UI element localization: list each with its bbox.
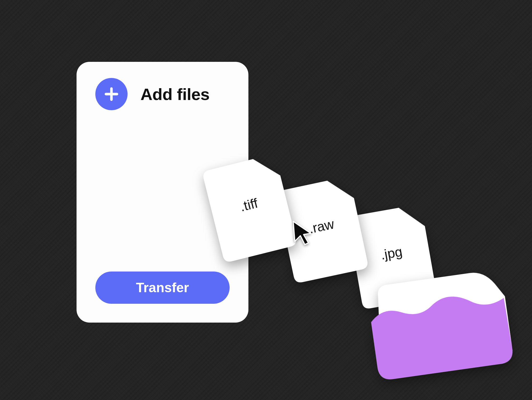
cursor-icon [290,219,316,246]
transfer-button[interactable]: Transfer [95,272,230,304]
add-files-label: Add files [140,85,209,104]
plus-icon [95,78,128,110]
illustration-stage: Add files Transfer .jpg .raw .tiff [0,0,532,400]
folder-icon[interactable] [361,254,515,385]
add-files-button[interactable]: Add files [95,78,230,110]
